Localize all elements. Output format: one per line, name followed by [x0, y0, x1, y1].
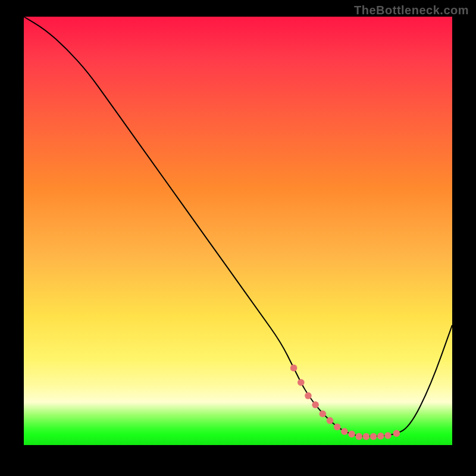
flat-marker-dot [363, 433, 370, 440]
flat-marker-dot [370, 433, 377, 440]
flat-marker-dot [327, 417, 334, 424]
flat-marker-dot [384, 432, 392, 439]
flat-marker-dot [334, 424, 341, 431]
flat-marker-dot [355, 433, 362, 440]
flat-marker-dot [377, 433, 384, 440]
flat-marker-dot [320, 411, 327, 418]
chart-svg [24, 17, 452, 445]
watermark-text: TheBottleneck.com [354, 4, 469, 17]
flat-marker-dot [341, 428, 348, 435]
flat-marker-dot [290, 365, 298, 372]
flat-marker-dot-outlier [393, 430, 400, 437]
flat-region-markers [290, 365, 400, 440]
flat-marker-dot [312, 401, 319, 408]
flat-marker-dot [298, 379, 305, 386]
flat-marker-dot [305, 392, 312, 399]
flat-marker-dot [348, 431, 355, 438]
chart-plot-area [24, 17, 452, 445]
bottleneck-curve [24, 17, 452, 437]
